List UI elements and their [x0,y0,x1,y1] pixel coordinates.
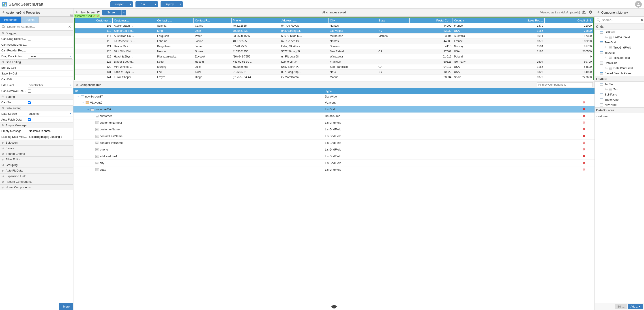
grid-row[interactable]: 124Mini Gifts Dist…NelsonSusan4155551450… [75,49,593,54]
tree-row[interactable]: abIphoneListGridField✕ [74,146,594,153]
tree-row[interactable]: −VLayout0VLayout✕ [74,99,594,106]
grid-column-header[interactable]: State [377,18,410,23]
deploy-menu-button[interactable]: Deploy▼ [160,1,182,7]
property-checkbox[interactable] [28,37,31,40]
property-select[interactable]: doubleClick▼ [28,83,72,87]
project-menu-button[interactable]: Project▼ [110,1,133,7]
property-text-input[interactable] [28,135,72,139]
tree-row[interactable]: −newScreen37DataView [74,94,594,99]
delete-row-icon[interactable]: ✕ [574,106,594,113]
grid-row[interactable]: 121Baane Mini I…BergulfsenJonas07-98 955… [75,44,593,49]
property-section[interactable]: Dragging [0,30,73,36]
library-item[interactable]: └─abIDetailGridField [595,65,644,71]
grid-column-header[interactable]: Contact L… [156,18,194,23]
grid-column-header[interactable]: Address L… [280,18,328,23]
grid-row[interactable]: 129Mini Wheels …MurphyJulie6505555787555… [75,64,593,69]
property-section[interactable]: Selection [0,140,73,145]
tree-row[interactable]: abIcontactFirstNameListGridField✕ [74,140,594,146]
library-search-input[interactable] [601,17,641,22]
tree-col-id[interactable]: ID [74,88,324,94]
tree-toggle-icon[interactable]: − [87,108,90,111]
grid-column-header[interactable]: Sales Rep… [496,18,544,23]
library-item[interactable]: └─abITab [595,87,644,92]
property-section[interactable]: Empty Message [0,123,73,128]
delete-row-icon[interactable]: ✕ [574,126,594,133]
delete-x-icon[interactable]: ✕ [96,14,99,18]
edit-datasource-button[interactable]: Edit... [615,304,627,309]
grid-row[interactable]: 119La Rochelle Gi…LabruneJanine40.67.855… [75,39,593,44]
delete-row-icon[interactable]: ✕ [574,146,594,153]
property-section[interactable]: Basics [0,145,73,151]
property-section[interactable]: Sorting [0,94,73,99]
collapse-icon[interactable] [597,11,600,14]
library-item[interactable]: └─abITreeGridField [595,45,644,50]
delete-row-icon[interactable]: ✕ [574,133,594,140]
library-item[interactable]: TileGrid [595,50,644,55]
grid-row[interactable]: 125Havel & Zbys…PiestrzeniewiczZbyszek(2… [75,54,593,59]
tab-events[interactable]: Events [22,16,39,23]
attributes-search-input[interactable] [6,24,67,29]
library-section[interactable]: DataSources [595,107,644,113]
add-datasource-button[interactable]: Add...▲ [628,304,643,309]
grid-column-header[interactable]: Customer… [113,18,156,23]
library-item[interactable]: └─abIListGridField [595,35,644,40]
tree-toggle-icon[interactable]: − [82,101,85,104]
library-item[interactable]: TriplePane [595,97,644,102]
component-tree-search-input[interactable] [537,82,593,87]
grid-row[interactable]: 141Euro+ Shoppi…FreyreDiego(91) 555 94 4… [75,75,593,80]
library-item[interactable]: ListGrid [595,29,644,35]
clear-search-icon[interactable]: ✕ [641,18,643,22]
property-checkbox[interactable] [28,118,31,121]
run-menu-button[interactable]: Run▼ [136,1,158,7]
grid-row[interactable]: 114Australian Col…FergusonPeter03 9520 4… [75,33,593,39]
collapse-icon[interactable] [75,83,78,86]
property-checkbox[interactable] [28,89,31,93]
grid-column-header[interactable]: Credit Limit [544,18,593,23]
datasource-item[interactable]: customer [595,113,644,119]
delete-row-icon[interactable]: ✕ [574,99,594,106]
delete-row-icon[interactable]: ✕ [574,113,594,119]
clear-search-icon[interactable]: ✕ [67,24,72,29]
users-icon[interactable] [582,10,586,14]
tree-row[interactable]: abIcontactLastNameListGridField✕ [74,133,594,140]
property-checkbox[interactable] [28,78,31,81]
property-select[interactable]: customer▼ [28,112,72,116]
property-checkbox[interactable] [28,66,31,69]
edit-pencil-icon[interactable] [93,14,96,18]
screen-menu-button[interactable]: Screen ▼ [102,10,126,15]
tree-toggle-icon[interactable]: − [78,95,80,98]
tree-row[interactable]: abIcityListGridField✕ [74,160,594,166]
delete-row-icon[interactable]: ✕ [574,160,594,166]
library-section[interactable]: Layouts [595,76,644,82]
component-tree[interactable]: IDType−newScreen37DataView−VLayout0VLayo… [74,88,594,173]
property-checkbox[interactable] [28,72,31,75]
preview-eye-icon[interactable] [588,10,593,14]
library-item[interactable]: DetailGrid [595,60,644,65]
property-checkbox[interactable] [28,101,31,104]
property-section[interactable]: Search Criteria [0,151,73,157]
library-item[interactable]: TreeGrid [595,40,644,45]
library-item[interactable]: TabSet [595,82,644,87]
grid-column-header[interactable]: City [328,18,377,23]
user-avatar-icon[interactable] [635,1,642,7]
property-section[interactable]: Expansion Field [0,173,73,179]
tree-row[interactable]: abIcustomerNameListGridField✕ [74,126,594,133]
tree-col-type[interactable]: Type [324,88,574,94]
tree-row[interactable]: abIcustomerNumberListGridField✕ [74,119,594,126]
tree-row[interactable]: −customerGridListGrid✕ [74,106,594,113]
grid-row[interactable]: 128Blauer See Au…KeitelRoland+49 69 66 9… [75,59,593,64]
delete-row-icon[interactable]: ✕ [574,153,594,160]
tab-properties[interactable]: Properties [0,16,22,23]
library-item[interactable]: NavPanel [595,102,644,107]
delete-row-icon[interactable]: ✕ [574,140,594,146]
collapse-icon[interactable] [2,11,5,14]
more-button[interactable]: More [59,303,73,310]
library-item[interactable]: Saved Search Picker [595,71,644,76]
property-section[interactable]: Grid Editing [0,59,73,65]
property-checkbox[interactable] [28,49,31,52]
property-section[interactable]: Auto Fit Data [0,168,73,173]
customer-grid-component[interactable]: customerGrid ✕ Customer…Customer…Contact… [74,17,594,80]
tree-row[interactable]: customerDataSource✕ [74,113,594,119]
grid-row[interactable]: 103Atelier graphi…SchmittCarine40.32.255… [75,23,593,28]
grid-row[interactable]: 112Signal Gift Sto…KingJean7025551838848… [75,28,593,33]
